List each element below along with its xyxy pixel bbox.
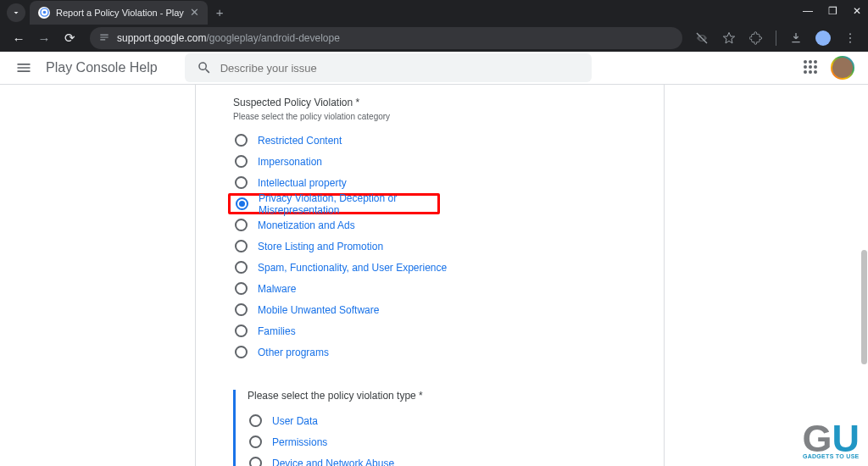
subtype-option[interactable]: Permissions <box>248 431 626 452</box>
subtype-label[interactable]: Device and Network Abuse <box>272 458 394 467</box>
section-hint: Please select the policy violation categ… <box>233 112 626 121</box>
eye-slash-icon[interactable] <box>693 29 711 47</box>
radio-icon[interactable] <box>249 435 262 448</box>
category-label[interactable]: Restricted Content <box>258 135 342 147</box>
address-bar[interactable]: support.google.com/googleplay/android-de… <box>90 27 682 49</box>
watermark: GU GADGETS TO USE <box>802 424 860 459</box>
menu-dots-icon[interactable] <box>841 29 860 47</box>
tab-bar: Report a Policy Violation - Play ✕ + — ❐… <box>0 0 868 25</box>
radio-icon[interactable] <box>235 134 248 147</box>
left-sidebar-space <box>0 85 195 466</box>
category-label[interactable]: Other programs <box>258 347 329 358</box>
category-label[interactable]: Store Listing and Promotion <box>258 241 383 252</box>
browser-right-icons <box>693 29 860 47</box>
category-option[interactable]: Spam, Functionality, and User Experience <box>233 257 626 278</box>
hamburger-menu-button[interactable] <box>14 58 34 78</box>
radio-icon[interactable] <box>236 197 248 210</box>
subtype-label[interactable]: Permissions <box>272 436 327 448</box>
header-right <box>804 56 854 80</box>
favicon-icon <box>38 7 50 19</box>
category-radio-group: Restricted ContentImpersonationIntellect… <box>233 130 626 363</box>
window-controls: — ❐ ✕ <box>803 5 861 17</box>
site-settings-icon[interactable] <box>98 31 110 46</box>
svg-point-1 <box>42 11 46 14</box>
category-label[interactable]: Privacy Violation, Deception or Misrepre… <box>259 192 436 216</box>
category-option[interactable]: Impersonation <box>233 151 626 172</box>
category-option[interactable]: Families <box>233 320 626 341</box>
category-label[interactable]: Families <box>258 325 296 337</box>
content-area: Suspected Policy Violation * Please sele… <box>0 85 868 466</box>
subtype-section: Please select the policy violation type … <box>233 390 626 466</box>
category-option[interactable]: Other programs <box>233 341 626 363</box>
category-option[interactable]: Mobile Unwanted Software <box>233 299 626 320</box>
support-header: Play Console Help <box>0 52 868 85</box>
radio-icon[interactable] <box>249 457 262 466</box>
radio-icon[interactable] <box>235 346 248 358</box>
nav-bar: ← → ⟳ support.google.com/googleplay/andr… <box>0 25 868 52</box>
category-option[interactable]: Restricted Content <box>233 130 626 151</box>
policy-form: Suspected Policy Violation * Please sele… <box>195 85 665 466</box>
category-option[interactable]: Intellectual property <box>233 172 626 193</box>
search-input[interactable] <box>220 62 580 75</box>
product-title: Play Console Help <box>46 60 158 75</box>
radio-icon[interactable] <box>235 176 248 189</box>
tab-search-button[interactable] <box>7 3 25 22</box>
category-label[interactable]: Mobile Unwanted Software <box>258 304 379 316</box>
radio-icon[interactable] <box>235 219 248 231</box>
profile-icon[interactable] <box>814 29 832 47</box>
hamburger-icon <box>15 59 32 76</box>
close-window-button[interactable]: ✕ <box>853 5 861 17</box>
category-option[interactable]: Malware <box>233 278 626 299</box>
radio-icon[interactable] <box>235 325 248 337</box>
category-label[interactable]: Intellectual property <box>258 177 347 189</box>
divider <box>776 31 776 46</box>
new-tab-button[interactable]: + <box>216 5 224 19</box>
scrollbar-track[interactable] <box>861 85 868 466</box>
category-option[interactable]: Store Listing and Promotion <box>233 236 626 257</box>
extensions-icon[interactable] <box>747 29 765 47</box>
account-avatar[interactable] <box>831 56 854 80</box>
radio-icon[interactable] <box>235 303 248 316</box>
subtype-option[interactable]: Device and Network Abuse <box>248 452 626 466</box>
url-text: support.google.com/googleplay/android-de… <box>117 32 340 44</box>
radio-icon[interactable] <box>235 261 248 274</box>
back-button[interactable]: ← <box>8 28 29 48</box>
radio-icon[interactable] <box>235 155 248 168</box>
subtype-label[interactable]: User Data <box>272 415 318 427</box>
search-icon <box>197 60 212 75</box>
category-label[interactable]: Spam, Functionality, and User Experience <box>258 262 447 274</box>
maximize-button[interactable]: ❐ <box>828 5 837 17</box>
section-title: Suspected Policy Violation * <box>233 97 626 108</box>
forward-button[interactable]: → <box>34 28 54 48</box>
search-box[interactable] <box>185 53 592 82</box>
category-option[interactable]: Monetization and Ads <box>233 214 626 236</box>
svg-point-3 <box>849 37 851 39</box>
category-option[interactable]: Privacy Violation, Deception or Misrepre… <box>228 193 440 214</box>
right-sidebar-space <box>665 85 868 466</box>
close-icon[interactable]: ✕ <box>190 6 199 19</box>
category-label[interactable]: Monetization and Ads <box>258 219 355 231</box>
watermark-text: GADGETS TO USE <box>803 453 860 459</box>
reload-button[interactable]: ⟳ <box>59 28 80 48</box>
radio-icon[interactable] <box>235 240 248 252</box>
scrollbar-thumb[interactable] <box>861 250 867 364</box>
subtype-title: Please select the policy violation type … <box>248 390 626 402</box>
chevron-down-icon <box>11 8 21 18</box>
svg-point-2 <box>849 33 851 35</box>
radio-icon[interactable] <box>249 414 262 427</box>
category-label[interactable]: Malware <box>258 283 296 295</box>
subtype-radio-group: User DataPermissionsDevice and Network A… <box>248 410 626 466</box>
radio-icon[interactable] <box>235 282 248 295</box>
browser-chrome: Report a Policy Violation - Play ✕ + — ❐… <box>0 0 868 52</box>
apps-launcher-icon[interactable] <box>804 60 819 75</box>
minimize-button[interactable]: — <box>803 5 813 17</box>
star-icon[interactable] <box>720 29 738 47</box>
category-label[interactable]: Impersonation <box>258 156 322 168</box>
svg-point-4 <box>849 42 851 43</box>
tab-title: Report a Policy Violation - Play <box>56 8 184 18</box>
download-icon[interactable] <box>787 29 805 47</box>
subtype-option[interactable]: User Data <box>248 410 626 431</box>
browser-tab[interactable]: Report a Policy Violation - Play ✕ <box>30 1 208 25</box>
